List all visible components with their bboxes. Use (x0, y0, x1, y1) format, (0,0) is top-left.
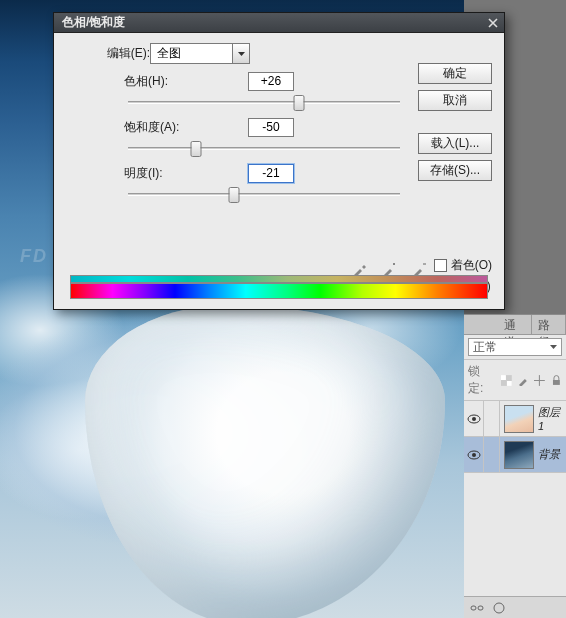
watermark-text: FD (20, 246, 48, 267)
lock-label: 锁定: (468, 363, 495, 397)
svg-point-10 (494, 603, 504, 613)
fx-icon[interactable] (492, 602, 506, 614)
layers-panel: 图层 通道 路径 正常 锁定: 图层 1 背景 (464, 314, 566, 618)
layer-name[interactable]: 背景 (538, 447, 566, 462)
lock-transparency-icon[interactable] (501, 375, 512, 386)
lock-row: 锁定: (464, 360, 566, 401)
lock-icon[interactable] (551, 375, 562, 386)
hue-input[interactable]: +26 (248, 72, 294, 91)
lightness-slider-thumb[interactable] (229, 187, 240, 203)
edit-combo-value: 全图 (151, 45, 232, 62)
edit-combo[interactable]: 全图 (150, 43, 250, 64)
layer-name[interactable]: 图层 1 (538, 405, 566, 432)
checkbox-icon (434, 259, 447, 272)
hue-spectrum-strip (70, 283, 488, 299)
saturation-input[interactable]: -50 (248, 118, 294, 137)
saturation-slider[interactable] (128, 140, 400, 158)
panel-tabs: 图层 通道 路径 (464, 315, 566, 335)
save-button-label: 存储(S)... (430, 162, 480, 179)
hue-result-strip (70, 275, 488, 283)
lightness-label: 明度(I): (124, 165, 248, 182)
hue-slider[interactable] (128, 94, 400, 112)
cancel-button-label: 取消 (443, 92, 467, 109)
chevron-down-icon[interactable] (232, 44, 249, 63)
hue-saturation-dialog: 色相/饱和度 编辑(E): 全图 色相(H): +26 (53, 12, 505, 310)
dialog-title: 色相/饱和度 (62, 14, 125, 31)
svg-rect-1 (501, 375, 506, 380)
layer-row-1[interactable]: 图层 1 (464, 401, 566, 437)
ok-button-label: 确定 (443, 65, 467, 82)
hue-label: 色相(H): (124, 73, 248, 90)
layers-panel-footer (464, 596, 566, 618)
layer-row-background[interactable]: 背景 (464, 437, 566, 473)
chevron-down-icon (550, 345, 557, 349)
svg-rect-3 (553, 380, 560, 385)
load-button-label: 载入(L)... (431, 135, 480, 152)
layer-thumbnail[interactable] (504, 405, 534, 433)
dialog-titlebar[interactable]: 色相/饱和度 (54, 13, 504, 33)
colorize-label: 着色(O) (451, 257, 492, 274)
saturation-slider-thumb[interactable] (191, 141, 202, 157)
tab-paths[interactable]: 路径 (532, 315, 566, 334)
layer-thumbnail[interactable] (504, 441, 534, 469)
tab-channels[interactable]: 通道 (498, 315, 532, 334)
close-icon[interactable] (486, 16, 500, 30)
svg-point-5 (472, 417, 476, 421)
ok-button[interactable]: 确定 (418, 63, 492, 84)
save-button[interactable]: 存储(S)... (418, 160, 492, 181)
link-icon[interactable] (470, 602, 484, 614)
saturation-label: 饱和度(A): (124, 119, 248, 136)
svg-rect-9 (478, 606, 483, 610)
move-lock-icon[interactable] (534, 375, 545, 386)
load-button[interactable]: 载入(L)... (418, 133, 492, 154)
svg-point-7 (472, 453, 476, 457)
link-column[interactable] (484, 401, 500, 436)
lightness-slider[interactable] (128, 186, 400, 204)
colorize-checkbox[interactable]: 着色(O) (434, 257, 492, 274)
blend-mode-select[interactable]: 正常 (468, 338, 562, 356)
blend-mode-value: 正常 (473, 339, 497, 356)
hue-slider-thumb[interactable] (294, 95, 305, 111)
svg-rect-2 (507, 380, 512, 385)
edit-label: 编辑(E): (66, 45, 150, 62)
svg-rect-8 (471, 606, 476, 610)
cancel-button[interactable]: 取消 (418, 90, 492, 111)
lightness-input[interactable]: -21 (248, 164, 294, 183)
visibility-icon[interactable] (464, 437, 484, 472)
brush-icon[interactable] (518, 375, 529, 386)
link-column[interactable] (484, 437, 500, 472)
visibility-icon[interactable] (464, 401, 484, 436)
